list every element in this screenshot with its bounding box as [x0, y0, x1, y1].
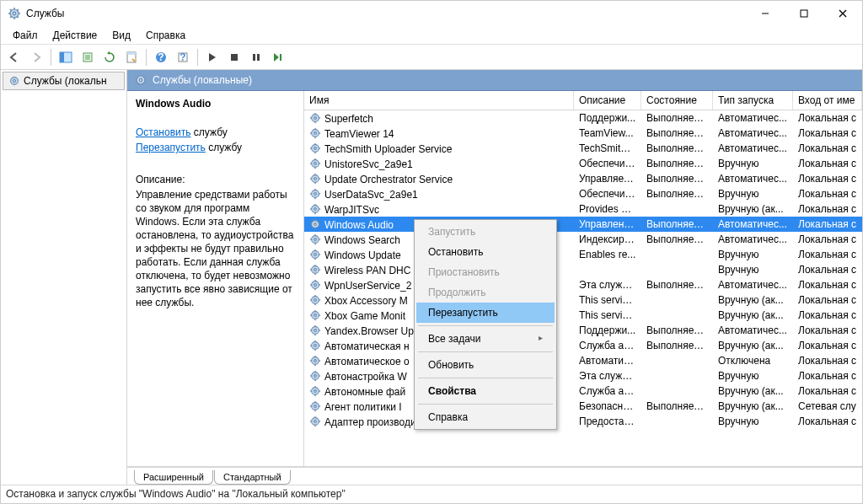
svg-point-156 [314, 420, 317, 422]
menu-help[interactable]: Справка [139, 28, 192, 43]
restart-service-button[interactable] [268, 47, 288, 67]
ctx-start[interactable]: Запустить [416, 222, 555, 242]
svg-rect-11 [801, 10, 807, 17]
toolbar-separator [197, 49, 198, 66]
col-header-start[interactable]: Тип запуска [713, 91, 793, 110]
svg-text:?: ? [158, 51, 163, 63]
col-header-state[interactable]: Состояние [641, 91, 713, 110]
ctx-refresh[interactable]: Обновить [416, 355, 555, 375]
service-grid: Имя Описание Состояние Тип запуска Вход … [304, 91, 862, 466]
table-row[interactable]: UnistoreSvc_2a9e1Обеспечив...Выполняется… [304, 156, 862, 171]
statusbar: Остановка и запуск службы "Windows Audio… [1, 485, 862, 503]
start-service-button[interactable] [202, 47, 222, 67]
svg-rect-15 [60, 52, 64, 62]
menubar: Файл Действие Вид Справка [1, 26, 862, 45]
table-row[interactable]: Автоматическая нСлужба ав...ВыполняетсяВ… [304, 338, 862, 353]
col-header-desc[interactable]: Описание [574, 91, 641, 110]
gear-icon [309, 340, 321, 351]
ctx-pause[interactable]: Приостановить [416, 262, 555, 282]
gear-icon [309, 294, 321, 306]
table-row[interactable]: Xbox Accessory MThis service...Вручную (… [304, 292, 862, 308]
svg-point-126 [314, 344, 317, 346]
menu-view[interactable]: Вид [105, 28, 137, 43]
col-header-logon[interactable]: Вход от име [793, 91, 862, 110]
gear-icon [309, 142, 321, 154]
tree-root-item[interactable]: Службы (локальн [3, 72, 125, 90]
svg-point-108 [314, 298, 317, 301]
right-pane: Службы (локальные) Windows Audio Останов… [127, 70, 862, 485]
refresh-button[interactable] [99, 47, 120, 67]
show-hide-tree-button[interactable] [56, 47, 76, 67]
toolbar: ? ? [1, 45, 862, 70]
ctx-all-tasks[interactable]: Все задачи▸ [416, 329, 555, 349]
gear-icon [309, 203, 321, 215]
table-row[interactable]: Xbox Game MonitThis service...Вручную (а… [304, 308, 862, 323]
ctx-restart[interactable]: Перезапустить [416, 303, 555, 323]
table-row[interactable]: UserDataSvc_2a9e1Обеспечив...Выполняется… [304, 186, 862, 201]
help2-button[interactable]: ? [173, 47, 193, 67]
table-row[interactable]: TechSmith Uploader ServiceTechSmith ...В… [304, 141, 862, 156]
svg-point-114 [314, 314, 317, 316]
gear-icon [309, 233, 321, 245]
menu-action[interactable]: Действие [46, 28, 105, 43]
minimize-button[interactable] [746, 1, 785, 26]
gear-icon [309, 279, 321, 291]
ctx-properties[interactable]: Свойства [416, 381, 555, 401]
export-list-button[interactable] [78, 47, 98, 67]
pause-service-button[interactable] [246, 47, 266, 67]
ctx-separator [418, 404, 553, 405]
nav-forward-button[interactable] [26, 47, 46, 67]
restart-service-link[interactable]: Перезапустить [136, 142, 206, 153]
ctx-help[interactable]: Справка [416, 407, 555, 427]
stop-service-link[interactable]: Остановить [136, 126, 191, 138]
description-title: Описание: [136, 174, 295, 185]
maximize-button[interactable] [785, 1, 823, 26]
table-row[interactable]: Автонастройка WЭта служба...ВручнуюЛокал… [304, 368, 862, 383]
table-row[interactable]: SuperfetchПоддержи...ВыполняетсяАвтомати… [304, 110, 862, 126]
table-row[interactable]: Windows UpdateEnables re...ВручнуюЛокаль… [304, 247, 862, 262]
table-row[interactable]: Агент политики IБезопасно...ВыполняетсяВ… [304, 399, 862, 414]
table-row[interactable]: Автоматическое оАвтоматич...ОтключенаЛок… [304, 353, 862, 368]
tab-extended[interactable]: Расширенный [134, 470, 213, 485]
menu-file[interactable]: Файл [6, 28, 45, 43]
selected-service-name: Windows Audio [136, 98, 295, 110]
svg-point-120 [314, 329, 317, 331]
table-row[interactable]: Update Orchestrator ServiceУправляет ...… [304, 171, 862, 186]
nav-back-button[interactable] [4, 47, 24, 67]
table-row[interactable]: Yandex.Browser UpПоддержи...ВыполняетсяА… [304, 323, 862, 338]
grid-body[interactable]: SuperfetchПоддержи...ВыполняетсяАвтомати… [304, 110, 862, 466]
svg-point-84 [314, 238, 317, 240]
gear-icon [309, 416, 321, 427]
table-row[interactable]: Автономные файСлужба ав...Вручную (ак...… [304, 383, 862, 399]
table-row[interactable]: Windows AudioУправлени...ВыполняетсяАвто… [304, 217, 862, 232]
ctx-resume[interactable]: Продолжить [416, 282, 555, 303]
main-split: Службы (локальн Службы (локальные) Windo… [1, 70, 862, 485]
svg-point-36 [314, 116, 317, 119]
svg-point-42 [314, 131, 317, 134]
gear-icon [309, 264, 321, 276]
ctx-separator [418, 325, 553, 326]
svg-point-28 [13, 79, 15, 82]
ctx-stop[interactable]: Остановить [416, 242, 555, 262]
pane-header: Службы (локальные) [127, 70, 862, 91]
gear-icon [309, 173, 321, 185]
table-row[interactable]: Адаптер производительности WMIПредостав.… [304, 414, 862, 429]
svg-point-66 [314, 192, 317, 195]
gear-icon [309, 309, 321, 321]
table-row[interactable]: TeamViewer 14TeamView...ВыполняетсяАвтом… [304, 126, 862, 141]
close-button[interactable] [823, 1, 862, 26]
svg-rect-24 [253, 54, 255, 61]
gear-icon [309, 355, 321, 367]
properties-button[interactable] [121, 47, 142, 67]
table-row[interactable]: Wireless PAN DHCВручнуюЛокальная с [304, 262, 862, 277]
gear-icon [309, 218, 321, 230]
table-row[interactable]: WarpJITSvcProvides a J...Вручную (ак...Л… [304, 201, 862, 217]
table-row[interactable]: Windows SearchИндексиро...ВыполняетсяАвт… [304, 232, 862, 247]
gear-icon [309, 112, 321, 124]
stop-service-button[interactable] [224, 47, 244, 67]
context-menu: Запустить Остановить Приостановить Продо… [414, 219, 557, 430]
help-button[interactable]: ? [151, 47, 171, 67]
tab-standard[interactable]: Стандартный [214, 470, 291, 485]
col-header-name[interactable]: Имя [304, 91, 574, 110]
table-row[interactable]: WpnUserService_2Эта служба...Выполняется… [304, 277, 862, 292]
